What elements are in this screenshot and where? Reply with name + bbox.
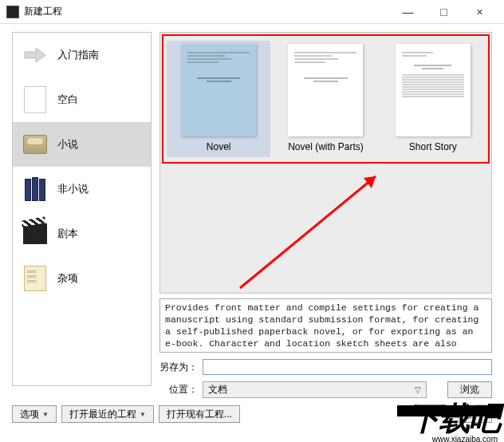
arrow-annotation-icon bbox=[232, 160, 408, 296]
template-label: Short Story bbox=[409, 141, 457, 152]
location-label: 位置： bbox=[159, 383, 198, 397]
options-label: 选项 bbox=[20, 408, 39, 421]
document-icon: ≡≡≡≡≡≡≡≡≡≡≡≡ bbox=[21, 264, 49, 293]
close-button[interactable]: × bbox=[462, 1, 498, 23]
template-description: Provides front matter and compile settin… bbox=[159, 298, 492, 353]
location-combo[interactable]: 文档 ▽ bbox=[203, 381, 427, 398]
chevron-down-icon: ▽ bbox=[415, 385, 421, 394]
open-existing-button[interactable]: 打开现有工程... bbox=[159, 405, 240, 423]
save-as-label: 另存为： bbox=[159, 361, 198, 374]
sidebar-item-getting-started[interactable]: 入门指南 bbox=[13, 33, 151, 77]
location-value: 文档 bbox=[208, 383, 227, 397]
sidebar-item-label: 空白 bbox=[57, 93, 78, 107]
create-label: 创 bbox=[465, 408, 474, 421]
maximize-button[interactable]: □ bbox=[426, 1, 462, 23]
open-recent-label: 打开最近的工程 bbox=[69, 408, 136, 421]
sidebar-item-blank[interactable]: 空白 bbox=[13, 77, 151, 122]
svg-line-0 bbox=[240, 176, 376, 288]
template-label: Novel (with Parts) bbox=[288, 141, 364, 152]
template-short-story[interactable]: Short Story bbox=[381, 41, 485, 157]
watermark-url: www.xiazaiba.com bbox=[431, 435, 499, 442]
app-icon bbox=[6, 6, 19, 18]
sidebar-item-label: 小说 bbox=[57, 137, 78, 152]
sidebar-item-script[interactable]: 剧本 bbox=[13, 211, 151, 256]
arrow-right-icon bbox=[21, 41, 49, 69]
template-thumb-icon bbox=[288, 44, 363, 136]
template-novel-parts[interactable]: Novel (with Parts) bbox=[274, 41, 377, 157]
template-label: Novel bbox=[207, 141, 231, 152]
sidebar-item-label: 剧本 bbox=[57, 227, 78, 241]
minimize-button[interactable]: — bbox=[390, 1, 426, 23]
highlight-annotation: Novel Novel (with Parts) Short Stor bbox=[162, 34, 490, 164]
triangle-down-icon: ▼ bbox=[42, 411, 49, 418]
sidebar-item-nonfiction[interactable]: 非小说 bbox=[13, 167, 151, 211]
template-novel[interactable]: Novel bbox=[167, 41, 270, 157]
template-panel: Novel Novel (with Parts) Short Stor bbox=[159, 32, 492, 294]
clapperboard-icon bbox=[21, 219, 49, 248]
browse-button[interactable]: 浏览 bbox=[447, 381, 492, 398]
sidebar-item-label: 非小说 bbox=[57, 182, 89, 196]
category-sidebar: 入门指南 空白 小说 非小说 剧本 ≡≡≡≡≡≡≡≡≡≡≡≡ 杂项 bbox=[12, 32, 152, 386]
books-icon bbox=[21, 175, 49, 203]
sidebar-item-label: 杂项 bbox=[57, 271, 78, 286]
triangle-down-icon: ▼ bbox=[140, 411, 146, 418]
open-existing-label: 打开现有工程... bbox=[167, 408, 232, 421]
options-button[interactable]: 选项 ▼ bbox=[12, 405, 57, 423]
sidebar-item-misc[interactable]: ≡≡≡≡≡≡≡≡≡≡≡≡ 杂项 bbox=[13, 256, 151, 301]
template-thumb-icon bbox=[396, 44, 471, 136]
sidebar-item-label: 入门指南 bbox=[57, 48, 99, 62]
template-thumb-icon bbox=[181, 44, 256, 136]
window-title: 新建工程 bbox=[24, 5, 390, 18]
sidebar-item-novel[interactable]: 小说 bbox=[13, 122, 151, 167]
svg-marker-1 bbox=[364, 176, 376, 188]
save-as-input[interactable] bbox=[203, 359, 492, 375]
create-button[interactable]: 创 bbox=[447, 405, 492, 423]
blank-page-icon bbox=[21, 85, 49, 114]
book-icon bbox=[21, 130, 49, 159]
open-recent-button[interactable]: 打开最近的工程 ▼ bbox=[61, 405, 154, 423]
